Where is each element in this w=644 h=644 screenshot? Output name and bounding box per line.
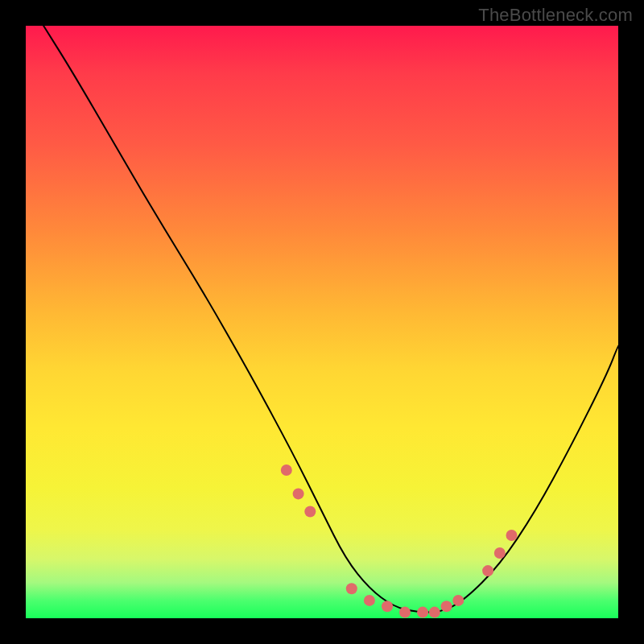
marker-group (281, 464, 518, 618)
curve-marker (364, 595, 375, 606)
curve-marker (441, 601, 452, 612)
curve-marker (482, 565, 493, 576)
chart-frame: TheBottleneck.com (0, 0, 644, 644)
bottleneck-curve (43, 26, 618, 613)
curve-marker (452, 595, 464, 606)
watermark-text: TheBottleneck.com (478, 5, 633, 26)
curve-marker (417, 607, 428, 618)
curve-marker (506, 530, 518, 541)
curve-marker (346, 583, 357, 594)
curve-marker (293, 488, 304, 499)
curve-marker (281, 464, 292, 476)
curve-marker (429, 607, 440, 618)
curve-marker (399, 607, 411, 618)
curve-marker (382, 601, 393, 612)
chart-svg (26, 26, 618, 618)
plot-area (26, 26, 618, 618)
curve-marker (494, 547, 506, 559)
curve-marker (304, 506, 316, 518)
